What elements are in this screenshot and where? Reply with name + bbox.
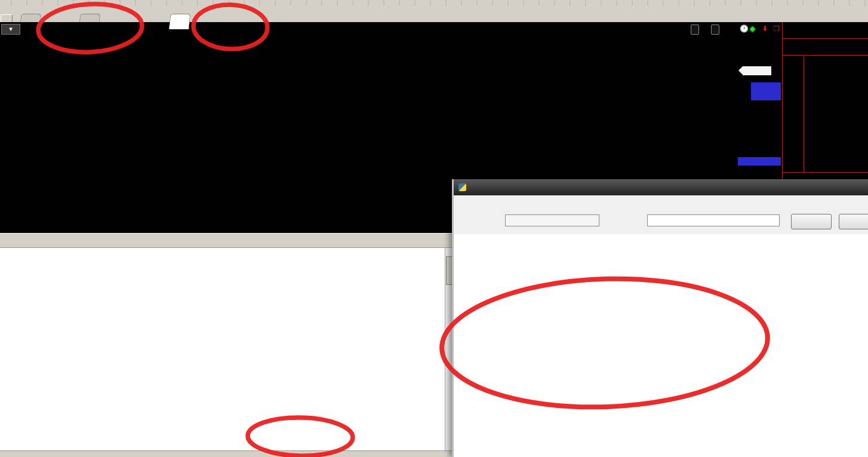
kline-type-button[interactable]: ▾ [1, 24, 20, 35]
clock-icon[interactable]: 🕐 [740, 24, 749, 33]
diamond-indicator-icon[interactable]: ◆ [750, 24, 755, 33]
split-window-icon[interactable]: ❒ [773, 24, 780, 33]
code-name-field[interactable] [505, 214, 599, 226]
fill-data-button[interactable] [711, 24, 719, 35]
code-desc-field[interactable] [647, 214, 780, 226]
app-window: ▾ 🕐 ◆ ⬇ ❒ [0, 0, 868, 457]
last-price-tag [743, 66, 771, 75]
editor-title-bar[interactable] [454, 179, 868, 195]
editor-form-bar [454, 208, 868, 234]
session-button[interactable] [691, 24, 699, 35]
download-arrow-icon[interactable]: ⬇ [762, 24, 768, 33]
save-button[interactable] [791, 214, 832, 229]
tab-bar [0, 6, 868, 22]
python-icon [458, 183, 466, 191]
tab-technical-analysis[interactable] [169, 14, 191, 29]
status-bar [0, 450, 452, 457]
message-log [0, 248, 445, 254]
crosshair-price-tag [751, 82, 781, 100]
python-editor-window [452, 179, 868, 457]
message-window-body[interactable] [0, 248, 445, 450]
code-editor-area[interactable] [454, 234, 868, 457]
message-window-header [0, 235, 452, 248]
editor-menu-bar [454, 195, 868, 209]
crosshair-date-tag [738, 157, 781, 165]
compile-button[interactable] [839, 214, 868, 229]
